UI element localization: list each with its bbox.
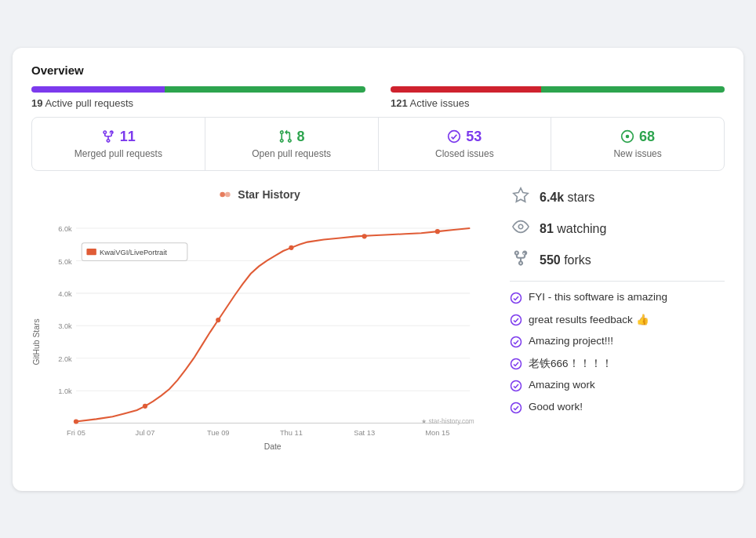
watching-text: 81 watching: [540, 222, 606, 236]
chart-title: Star History: [31, 187, 486, 202]
issues-bar: [391, 86, 725, 93]
svg-point-38: [511, 293, 522, 303]
pull-requests-progress: 19 Active pull requests: [31, 86, 365, 109]
chart-wrap: GitHub Stars 6.0k 5.0k 4.0k 3.0k 2.0k 1.…: [31, 209, 486, 475]
svg-text:Fri 05: Fri 05: [67, 429, 85, 437]
divider: [510, 281, 725, 282]
stat-open-prs: 8 Open pull requests: [205, 118, 379, 170]
merge-icon: [101, 129, 115, 144]
new-issue-icon: [620, 129, 634, 144]
stars-text: 6.4k stars: [540, 191, 594, 205]
svg-point-26: [74, 419, 78, 423]
svg-text:6.0k: 6.0k: [58, 225, 72, 233]
open-pr-value: 8: [213, 129, 370, 145]
svg-text:GitHub Stars: GitHub Stars: [32, 318, 41, 365]
svg-point-0: [449, 131, 460, 143]
svg-point-41: [511, 358, 522, 369]
stat-merged-prs: 11 Merged pull requests: [32, 118, 205, 170]
svg-point-3: [220, 191, 226, 197]
feedback-item-3: Amazing project!!!: [510, 335, 725, 351]
check-circle-icon-6: [510, 402, 522, 416]
issues-progress: 121 Active issues: [391, 86, 725, 109]
chart-svg: GitHub Stars 6.0k 5.0k 4.0k 3.0k 2.0k 1.…: [31, 209, 486, 475]
fork-icon: [510, 249, 532, 271]
bottom-section: Star History GitHub Stars 6.0k 5.0k 4.0k…: [31, 187, 725, 475]
feedback-item-2: great results feedback 👍: [510, 313, 725, 329]
svg-text:5.0k: 5.0k: [58, 257, 72, 265]
svg-point-43: [511, 402, 522, 413]
svg-marker-36: [514, 187, 528, 201]
overview-title: Overview: [31, 64, 725, 77]
chart-area: Star History GitHub Stars 6.0k 5.0k 4.0k…: [31, 187, 486, 475]
issues-red-bar: [391, 86, 541, 93]
progress-row: 19 Active pull requests 121 Active issue…: [31, 86, 725, 109]
feedback-item-6: Good work!: [510, 401, 725, 416]
check-circle-icon-5: [510, 380, 522, 394]
svg-point-27: [143, 403, 147, 408]
svg-text:3.0k: 3.0k: [58, 322, 72, 330]
svg-text:Jul 07: Jul 07: [136, 429, 155, 437]
svg-point-42: [511, 380, 522, 391]
svg-text:Tue 09: Tue 09: [207, 429, 230, 437]
pr-label: 19 Active pull requests: [31, 97, 365, 109]
svg-text:Date: Date: [264, 442, 282, 450]
svg-point-29: [289, 245, 293, 249]
svg-point-37: [518, 224, 523, 229]
closed-issues-value: 53: [387, 129, 543, 145]
pr-green-bar: [165, 86, 365, 93]
svg-point-4: [225, 191, 231, 197]
svg-point-40: [511, 336, 522, 347]
svg-text:1.0k: 1.0k: [58, 387, 72, 395]
svg-text:KwaiVGI/LivePortrait: KwaiVGI/LivePortrait: [100, 249, 167, 256]
forks-text: 550 forks: [540, 253, 591, 267]
stats-row: 11 Merged pull requests 8 Open pull requ…: [31, 117, 725, 171]
svg-point-2: [626, 135, 630, 139]
right-panel: 6.4k stars 81 watching: [502, 187, 725, 475]
svg-point-28: [216, 317, 220, 322]
svg-point-39: [511, 314, 522, 325]
open-pr-label: Open pull requests: [213, 148, 370, 159]
feedback-item-4: 老铁666！！！！: [510, 357, 725, 373]
feedback-item-1: FYI - this software is amazing: [510, 291, 725, 307]
overview-card: Overview 19 Active pull requests 121 Act…: [13, 48, 743, 491]
svg-text:Sat 13: Sat 13: [354, 429, 375, 437]
svg-text:Thu 11: Thu 11: [280, 429, 303, 437]
merged-pr-value: 11: [40, 129, 197, 145]
pr-purple-bar: [31, 86, 165, 93]
stat-closed-issues: 53 Closed issues: [379, 118, 552, 170]
svg-point-30: [362, 234, 367, 238]
check-circle-icon-3: [510, 336, 522, 351]
stars-metric: 6.4k stars: [510, 187, 725, 209]
svg-text:4.0k: 4.0k: [58, 290, 72, 298]
closed-issue-icon: [447, 129, 461, 144]
new-issues-value: 68: [559, 129, 716, 145]
svg-text:Mon 15: Mon 15: [425, 429, 449, 437]
pull-requests-bar: [31, 86, 365, 93]
closed-issues-label: Closed issues: [387, 148, 543, 159]
svg-point-31: [435, 229, 440, 234]
feedback-item-5: Amazing work: [510, 379, 725, 394]
check-circle-icon-1: [510, 292, 522, 307]
svg-rect-33: [86, 248, 96, 254]
new-issues-label: New issues: [559, 148, 716, 159]
star-icon: [510, 187, 532, 209]
issues-label: 121 Active issues: [391, 97, 725, 109]
check-circle-icon-2: [510, 314, 522, 329]
eye-icon: [510, 218, 532, 240]
check-circle-icon-4: [510, 358, 522, 373]
open-pr-icon: [278, 129, 293, 144]
forks-metric: 550 forks: [510, 249, 725, 271]
merged-pr-label: Merged pull requests: [40, 148, 197, 159]
svg-text:2.0k: 2.0k: [58, 354, 72, 362]
star-history-icon: [217, 187, 233, 202]
watching-metric: 81 watching: [510, 218, 725, 240]
stat-new-issues: 68 New issues: [551, 118, 724, 170]
svg-text:★ star-history.com: ★ star-history.com: [421, 417, 474, 424]
issues-green-bar: [541, 86, 725, 93]
